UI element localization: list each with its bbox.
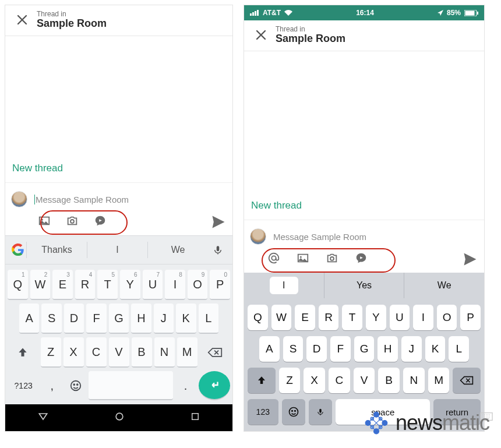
- close-icon[interactable]: [250, 29, 272, 41]
- compose-row: [5, 186, 232, 212]
- suggestion[interactable]: Thanks: [26, 242, 87, 258]
- keyboard-key[interactable]: L: [199, 304, 218, 334]
- video-chat-icon[interactable]: [94, 214, 107, 230]
- keyboard-key[interactable]: C: [86, 337, 107, 368]
- keyboard-key[interactable]: H: [131, 304, 151, 334]
- keyboard-key[interactable]: A: [19, 304, 39, 334]
- suggestion[interactable]: I: [87, 242, 147, 258]
- keyboard-key[interactable]: V: [109, 337, 129, 368]
- keyboard-key[interactable]: D: [64, 304, 84, 334]
- carrier-label: AT&T: [263, 9, 281, 17]
- keyboard-key[interactable]: S: [41, 304, 61, 334]
- keyboard-key[interactable]: U: [390, 305, 410, 330]
- keyboard-key[interactable]: M: [177, 337, 197, 368]
- keyboard-row: Z X C V B N M: [6, 336, 231, 369]
- backspace-key[interactable]: [200, 337, 231, 368]
- keyboard-key[interactable]: K: [176, 304, 196, 334]
- keyboard-key[interactable]: X: [63, 337, 84, 368]
- microphone-icon[interactable]: [208, 244, 228, 256]
- keyboard-key[interactable]: F: [330, 336, 351, 362]
- keyboard-key[interactable]: Y6: [120, 270, 140, 300]
- keyboard-key[interactable]: P0: [210, 270, 230, 300]
- emoji-key[interactable]: [282, 399, 305, 425]
- keyboard-key[interactable]: H: [377, 336, 398, 362]
- microphone-key[interactable]: [309, 399, 332, 425]
- keyboard-key[interactable]: U7: [143, 270, 163, 300]
- image-icon[interactable]: [297, 252, 309, 267]
- keyboard-key[interactable]: W2: [30, 270, 51, 300]
- send-button[interactable]: [210, 214, 227, 230]
- numbers-key[interactable]: 123: [248, 399, 278, 425]
- keyboard-key[interactable]: R: [319, 305, 339, 330]
- keyboard-key[interactable]: Y: [366, 305, 386, 330]
- thread-content: [244, 51, 484, 200]
- back-nav-icon[interactable]: [37, 411, 49, 425]
- keyboard-key[interactable]: T5: [97, 270, 118, 300]
- compose-toolbar: [5, 212, 232, 235]
- keyboard-key[interactable]: D: [306, 336, 327, 362]
- suggestion[interactable]: We: [147, 242, 208, 258]
- recent-nav-icon[interactable]: [190, 411, 200, 424]
- keyboard-key[interactable]: G: [354, 336, 375, 362]
- backspace-key[interactable]: [453, 368, 481, 393]
- keyboard-key[interactable]: I: [413, 305, 433, 330]
- period-key[interactable]: .: [175, 371, 196, 400]
- svg-point-16: [300, 256, 302, 258]
- keyboard-key[interactable]: N: [154, 337, 175, 368]
- google-logo-icon[interactable]: [10, 242, 26, 258]
- keyboard-key[interactable]: J: [401, 336, 422, 362]
- emoji-key[interactable]: [65, 371, 86, 400]
- keyboard-key[interactable]: O: [437, 305, 457, 330]
- keyboard-key[interactable]: T: [342, 305, 362, 330]
- keyboard-key[interactable]: Q: [248, 305, 268, 330]
- message-input[interactable]: [273, 232, 478, 242]
- keyboard-key[interactable]: R4: [75, 270, 96, 300]
- compose-toolbar: [244, 249, 484, 273]
- comma-key[interactable]: ,: [41, 371, 62, 400]
- keyboard-key[interactable]: E3: [52, 270, 73, 300]
- camera-icon[interactable]: [326, 252, 338, 267]
- keyboard-key[interactable]: B: [132, 337, 152, 368]
- keyboard-key[interactable]: W: [271, 305, 292, 330]
- ios-phone: AT&T 16:14 85% Thread in Sample Room New…: [244, 5, 485, 432]
- keyboard-key[interactable]: I8: [165, 270, 185, 300]
- shift-key[interactable]: [8, 337, 38, 368]
- keyboard-key[interactable]: G: [109, 304, 129, 334]
- suggestion[interactable]: Yes: [324, 273, 405, 298]
- keyboard-key[interactable]: M: [428, 368, 450, 393]
- suggestion[interactable]: I: [244, 273, 324, 298]
- keyboard-key[interactable]: S: [283, 336, 304, 362]
- keyboard-key[interactable]: B: [378, 368, 400, 393]
- send-button[interactable]: [462, 251, 478, 267]
- keyboard-key[interactable]: Z: [279, 368, 301, 393]
- suggestion[interactable]: We: [404, 273, 484, 298]
- message-input[interactable]: [34, 195, 227, 204]
- keyboard-key[interactable]: J: [154, 304, 174, 334]
- keyboard-key[interactable]: P: [460, 305, 481, 330]
- keyboard-key[interactable]: A: [259, 336, 280, 362]
- svg-point-5: [116, 413, 123, 420]
- mention-icon[interactable]: [267, 252, 280, 267]
- svg-rect-10: [255, 11, 256, 16]
- video-chat-icon[interactable]: [355, 252, 368, 267]
- enter-key[interactable]: [199, 371, 230, 400]
- close-icon[interactable]: [11, 14, 33, 26]
- keyboard-key[interactable]: E: [295, 305, 315, 330]
- keyboard-key[interactable]: F: [86, 304, 106, 334]
- keyboard-key[interactable]: V: [354, 368, 375, 393]
- shift-key[interactable]: [248, 368, 276, 393]
- keyboard-key[interactable]: N: [403, 368, 425, 393]
- image-icon[interactable]: [38, 214, 51, 230]
- keyboard-key[interactable]: X: [304, 368, 325, 393]
- symbols-key[interactable]: ?123: [8, 371, 39, 400]
- keyboard-key[interactable]: L: [449, 336, 469, 362]
- space-key[interactable]: [89, 371, 173, 400]
- keyboard-key[interactable]: C: [329, 368, 350, 393]
- keyboard-key[interactable]: O9: [188, 270, 208, 300]
- keyboard-key[interactable]: Q1: [8, 270, 28, 300]
- keyboard-key[interactable]: Z: [41, 337, 61, 368]
- svg-rect-13: [465, 10, 475, 15]
- camera-icon[interactable]: [66, 214, 79, 230]
- keyboard-key[interactable]: K: [425, 336, 446, 362]
- home-nav-icon[interactable]: [114, 411, 125, 425]
